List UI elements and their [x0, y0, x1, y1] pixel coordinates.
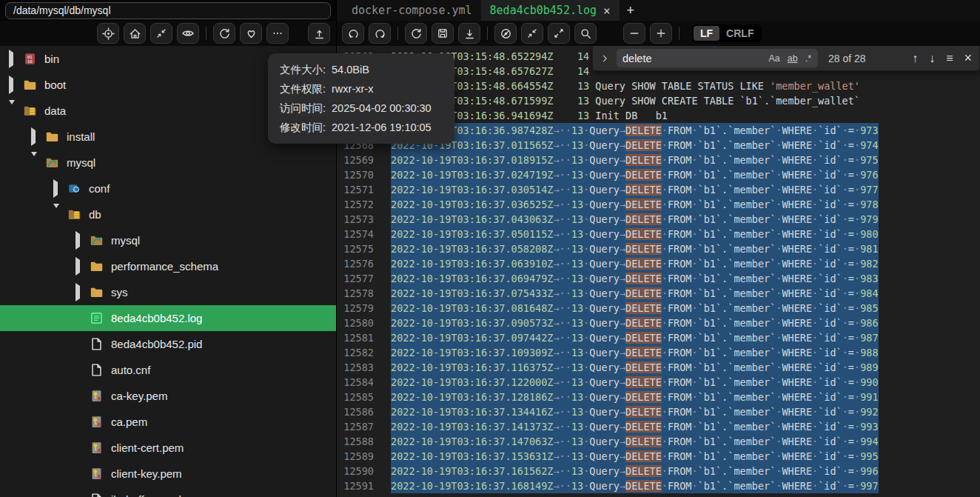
file-info-value: rwxr-xr-x	[332, 79, 373, 99]
log-line[interactable]: 125772022-10-19T03:16:37.069479Z→··13·Qu…	[337, 271, 980, 286]
find-input[interactable]	[622, 53, 765, 64]
find-expand-chevron-icon[interactable]	[600, 54, 612, 63]
eye-button[interactable]	[177, 23, 199, 44]
close-tab-icon[interactable]: ×	[603, 4, 611, 18]
log-line[interactable]: 125792022-10-19T03:16:37.081648Z→··13·Qu…	[337, 301, 980, 316]
tree-item-auto.cnf[interactable]: auto.cnf	[0, 357, 336, 383]
line-number: 12575	[337, 241, 374, 256]
next-match-icon[interactable]: ↓	[929, 52, 935, 65]
collapse-icon	[526, 27, 538, 39]
log-line[interactable]: 125782022-10-19T03:16:37.075433Z→··13·Qu…	[337, 286, 980, 301]
plus-button[interactable]	[650, 23, 672, 44]
editor-toolbar: LFCRLF	[337, 21, 980, 46]
log-line-text: 2022-10-19T03:16:37.168149Z→··13·Query→D…	[391, 478, 879, 493]
log-line[interactable]: 125742022-10-19T03:16:37.050115Z→··13·Qu…	[337, 227, 980, 241]
tree-item-label: 8eda4cb0b452.log	[111, 312, 202, 324]
tree-item-db[interactable]: db	[0, 201, 336, 227]
save-button[interactable]	[432, 23, 454, 44]
log-line[interactable]: 125752022-10-19T03:16:37.058208Z→··13·Qu…	[337, 241, 980, 256]
expander-open-icon[interactable]	[53, 208, 61, 221]
regex-toggle[interactable]: .*	[802, 52, 815, 65]
log-line[interactable]: 125872022-10-19T03:16:37.141373Z→··13·Qu…	[337, 419, 980, 434]
locate-button[interactable]	[97, 23, 119, 44]
tree-item-mysql[interactable]: mysql	[0, 150, 336, 176]
tree-item-ib_buffer_pool[interactable]: ib_buffer_pool	[0, 487, 336, 497]
whole-word-toggle[interactable]: ab	[784, 52, 802, 65]
redo-icon	[374, 27, 386, 40]
tree-item-client-key.pem[interactable]: client-key.pem	[0, 461, 336, 487]
log-line[interactable]: 125912022-10-19T03:16:37.168149Z→··13·Qu…	[337, 478, 980, 493]
log-line[interactable]: 125822022-10-19T03:16:37.109309Z→··13·Qu…	[337, 345, 980, 360]
log-line[interactable]: 125842022-10-19T03:16:37.122000Z→··13·Qu…	[337, 375, 980, 390]
collapse-button[interactable]	[150, 23, 172, 44]
eol-option-lf[interactable]: LF	[694, 26, 719, 41]
log-line[interactable]: 125722022-10-19T03:16:37.036525Z→··13·Qu…	[337, 197, 980, 212]
home-button[interactable]	[124, 23, 146, 44]
tree-item-client-cert.pem[interactable]: client-cert.pem	[0, 435, 336, 461]
line-number: 12569	[337, 153, 374, 167]
heart-button[interactable]	[240, 23, 262, 44]
undo-button[interactable]	[342, 23, 364, 44]
log-line[interactable]: 125712022-10-19T03:16:37.030514Z→··13·Qu…	[337, 182, 980, 197]
minus-button[interactable]	[623, 23, 645, 44]
log-line[interactable]: 125692022-10-19T03:16:37.018915Z→··13·Qu…	[337, 153, 980, 167]
tree-item-8eda4cb0b452.pid[interactable]: 8eda4cb0b452.pid	[0, 331, 336, 357]
log-line[interactable]: 125812022-10-19T03:16:37.097442Z→··13·Qu…	[337, 330, 980, 345]
tree-item-label: install	[67, 130, 95, 143]
log-line[interactable]: 125902022-10-19T03:16:37.161562Z→··13·Qu…	[337, 464, 980, 478]
expander-closed-icon[interactable]	[75, 234, 83, 247]
log-line-text: 2022-10-19T03:16:37.128186Z→··13·Query→D…	[391, 390, 879, 404]
refresh-button[interactable]	[213, 23, 235, 44]
log-line-text: 2022-10-19T03:16:37.097442Z→··13·Query→D…	[391, 330, 879, 345]
new-tab-button[interactable]: +	[620, 0, 642, 21]
log-line[interactable]: 125802022-10-19T03:16:37.090573Z→··13·Qu…	[337, 316, 980, 330]
log-line[interactable]: 125852022-10-19T03:16:37.128186Z→··13·Qu…	[337, 390, 980, 404]
expander-closed-icon[interactable]	[75, 260, 83, 273]
line-number: 12586	[337, 404, 374, 419]
log-line[interactable]: 125832022-10-19T03:16:37.116375Z→··13·Qu…	[337, 360, 980, 375]
match-case-toggle[interactable]: Aa	[765, 52, 783, 65]
tab-docker-compose.yml[interactable]: docker-compose.yml	[343, 0, 481, 21]
log-line-text: 2022-10-19T03:16:37.147063Z→··13·Query→D…	[391, 434, 879, 449]
expander-open-icon[interactable]	[31, 156, 38, 169]
collapse-button[interactable]	[521, 23, 543, 44]
expander-closed-icon[interactable]	[75, 286, 83, 298]
expander-closed-icon[interactable]	[53, 182, 61, 195]
expand-button[interactable]	[548, 23, 570, 44]
find-in-selection-icon[interactable]: ≡	[946, 52, 953, 65]
previous-match-icon[interactable]: ↑	[912, 52, 918, 65]
expander-open-icon[interactable]	[9, 104, 16, 117]
tree-item-conf[interactable]: conf	[0, 176, 336, 201]
compass-button[interactable]	[494, 23, 517, 44]
expander-closed-icon[interactable]	[9, 79, 16, 91]
tree-item-ca.pem[interactable]: ca.pem	[0, 409, 336, 435]
expander-closed-icon[interactable]	[31, 130, 38, 143]
db-folder-icon	[67, 207, 81, 222]
tab-8eda4cb0b452.log[interactable]: 8eda4cb0b452.log×	[481, 0, 620, 21]
search-button[interactable]	[574, 23, 597, 44]
log-line[interactable]: 125882022-10-19T03:16:37.147063Z→··13·Qu…	[337, 434, 980, 449]
eol-option-crlf[interactable]: CRLF	[719, 26, 760, 41]
upload-button[interactable]	[308, 23, 330, 44]
log-line[interactable]: 125732022-10-19T03:16:37.043063Z→··13·Qu…	[337, 212, 980, 227]
expander-closed-icon[interactable]	[9, 53, 16, 65]
refresh-button[interactable]	[405, 23, 427, 44]
log-line[interactable]: 125762022-10-19T03:16:37.063910Z→··13·Qu…	[337, 256, 980, 271]
path-input[interactable]	[5, 2, 331, 19]
tree-item-label: ca-key.pem	[111, 390, 167, 402]
log-line[interactable]: 125892022-10-19T03:16:37.153631Z→··13·Qu…	[337, 449, 980, 464]
log-line[interactable]: 125862022-10-19T03:16:37.134416Z→··13·Qu…	[337, 404, 980, 419]
folder-icon	[89, 259, 104, 274]
redo-button[interactable]	[369, 23, 391, 44]
close-find-icon[interactable]: ×	[964, 50, 972, 66]
tree-item-sys[interactable]: sys	[0, 279, 336, 305]
file-info-value: 2021-12-06 19:10:05	[332, 118, 432, 137]
log-line-text: 2022-10-19T03:16:37.141373Z→··13·Query→D…	[391, 419, 879, 434]
tree-item-ca-key.pem[interactable]: ca-key.pem	[0, 383, 336, 409]
download-button[interactable]	[458, 23, 480, 44]
tree-item-8eda4cb0b452.log[interactable]: 8eda4cb0b452.log	[0, 305, 336, 331]
tree-item-performance_schema[interactable]: performance_schema	[0, 253, 336, 279]
more-button[interactable]	[266, 23, 289, 44]
tree-item-mysql[interactable]: mysql	[0, 227, 336, 253]
log-line[interactable]: 125702022-10-19T03:16:37.024719Z→··13·Qu…	[337, 167, 980, 182]
